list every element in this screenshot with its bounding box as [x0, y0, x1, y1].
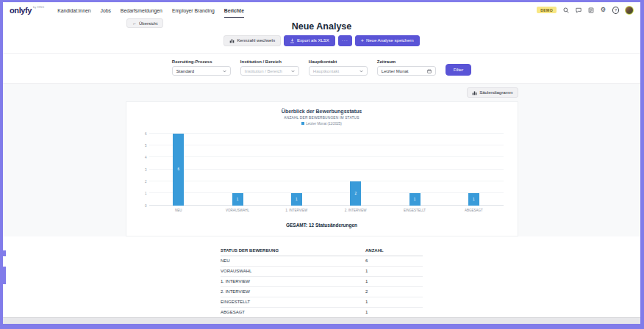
switch-metric-label: Kennzahl wechseln: [237, 38, 275, 43]
gridline: [149, 169, 504, 170]
page-title: Neue Analyse: [3, 21, 640, 32]
chart-total-caption: GESAMT: 12 Statusänderungen: [126, 223, 518, 228]
recruiting-process-select[interactable]: Standard: [172, 66, 231, 76]
brand-logo[interactable]: onlyfy: [10, 6, 32, 15]
more-actions-button[interactable]: ···: [338, 35, 352, 46]
user-avatar[interactable]: [625, 6, 634, 15]
x-axis-label: NEU: [149, 209, 208, 212]
header-actions: Kennzahl wechseln Export als XLSX ··· + …: [3, 35, 640, 54]
status-table: STATUS DER BEWERBUNGANZAHL NEU6VORAUSWAH…: [221, 246, 423, 328]
count-cell: 6: [365, 256, 423, 266]
brand-logo-suffix: by XING: [33, 2, 44, 9]
filter-submit-button[interactable]: Filter: [446, 64, 471, 76]
main-contact-select[interactable]: Hauptkontakt: [309, 66, 368, 76]
nav-item-kandidat-innen[interactable]: Kandidat:innen: [57, 3, 90, 18]
save-analysis-button[interactable]: + Neue Analyse speichern: [355, 35, 420, 46]
chart-legend: Letzter Monat (11/2025): [126, 122, 518, 126]
top-navigation: onlyfy by XING Kandidat:innenJobsBedarfs…: [3, 2, 640, 18]
legend-swatch: [301, 122, 304, 125]
period-value: Letzter Monat: [382, 69, 409, 73]
table-section: STATUS DER BEWERBUNGANZAHL NEU6VORAUSWAH…: [3, 236, 640, 329]
horizontal-scrollbar[interactable]: [3, 317, 640, 324]
status-cell: 2. INTERVIEW: [221, 286, 365, 297]
recruiting-process-value: Standard: [176, 69, 194, 73]
page-header: ← Übersicht Neue Analyse Kennzahl wechse…: [3, 18, 640, 54]
switch-metric-button[interactable]: Kennzahl wechseln: [223, 35, 281, 46]
x-axis-label: 1. INTERVIEW: [267, 209, 326, 212]
top-right-tools: DEMO ⚙ ?: [537, 6, 634, 15]
gridline: [149, 156, 504, 157]
filter-recruiting-process: Recruiting-Prozess Standard: [172, 59, 231, 76]
column-chart-icon: [472, 90, 477, 95]
institution-placeholder: Institution / Bereich: [245, 69, 282, 73]
y-tick-label: 3: [139, 167, 147, 171]
plus-icon: +: [361, 38, 364, 43]
bar-chart-icon: [229, 38, 235, 43]
nav-item-berichte[interactable]: Berichte: [224, 3, 244, 18]
bar-value-label: 6: [177, 167, 179, 171]
gridline: [149, 133, 504, 134]
legend-label: Letzter Monat (11/2025): [306, 122, 342, 126]
report-content: Säulendiagramm Überblick der Bewerbungss…: [3, 83, 640, 329]
table-row: ABGESAGT1: [221, 307, 423, 317]
chevron-down-icon: [359, 70, 363, 73]
chevron-down-icon: [291, 70, 295, 73]
x-axis-label: ABGESAGT: [444, 209, 503, 212]
ellipsis-icon: ···: [342, 38, 348, 43]
y-tick-label: 6: [139, 131, 147, 135]
nav-menu: Kandidat:innenJobsBedarfsmeldungenEmploy…: [57, 2, 244, 18]
help-icon[interactable]: ?: [612, 7, 619, 13]
period-input[interactable]: Letzter Monat: [377, 66, 436, 76]
status-cell: NEU: [221, 256, 365, 266]
export-xlsx-label: Export als XLSX: [297, 38, 329, 43]
back-to-overview-button[interactable]: ← Übersicht: [126, 18, 163, 28]
chart-subtitle: ANZAHL DER BEWERBUNGEN IM STATUS: [126, 116, 518, 120]
chart-bar-abgesagt: 1: [468, 193, 479, 205]
search-icon[interactable]: [562, 7, 569, 13]
nav-item-jobs[interactable]: Jobs: [100, 3, 110, 18]
chart-plot: 0123456611211: [138, 132, 506, 206]
download-icon: [290, 38, 295, 43]
table-header-cell: ANZAHL: [365, 246, 423, 256]
bar-value-label: 1: [473, 198, 475, 201]
period-label: Zeitraum: [377, 59, 436, 64]
tasks-icon[interactable]: [587, 7, 594, 13]
back-label: Übersicht: [139, 21, 157, 26]
table-row: EINGESTELLT1: [221, 297, 423, 307]
y-tick-label: 4: [139, 156, 147, 159]
main-contact-label: Hauptkontakt: [309, 59, 368, 64]
status-cell: EINGESTELLT: [221, 297, 365, 307]
chart-bar-1-interview: 1: [291, 193, 302, 205]
filter-main-contact: Hauptkontakt Hauptkontakt: [309, 59, 368, 76]
edge-marker: [3, 267, 6, 284]
chart-bar-vorauswahl: 1: [232, 193, 243, 205]
chart-type-toggle-button[interactable]: Säulendiagramm: [467, 87, 518, 98]
chart-bar-eingestellt: 1: [409, 193, 421, 205]
institution-select[interactable]: Institution / Bereich: [240, 66, 299, 76]
x-axis-labels: NEUVORAUSWAHL1. INTERVIEW2. INTERVIEWEIN…: [149, 209, 504, 212]
filter-bar: Recruiting-Prozess Standard Institution …: [3, 54, 640, 83]
institution-label: Institution / Bereich: [240, 59, 299, 64]
messages-icon[interactable]: [575, 7, 582, 13]
table-row: 2. INTERVIEW2: [221, 286, 423, 297]
gridline: [149, 192, 504, 193]
chart-tools: Säulendiagramm: [126, 87, 518, 98]
table-row: VORAUSWAHL1: [221, 266, 423, 276]
table-header-row: STATUS DER BEWERBUNGANZAHL: [221, 246, 423, 256]
settings-gear-icon[interactable]: ⚙: [600, 7, 607, 13]
export-xlsx-button[interactable]: Export als XLSX: [284, 35, 335, 46]
back-arrow-icon: ←: [132, 21, 137, 26]
count-cell: 2: [365, 286, 423, 297]
gridline: [149, 181, 504, 181]
gridline: [149, 205, 504, 206]
filter-submit-label: Filter: [454, 68, 463, 73]
plot-grid: 0123456611211: [149, 134, 504, 206]
nav-item-employer-branding[interactable]: Employer Branding: [172, 3, 215, 18]
status-cell: ABGESAGT: [221, 307, 365, 317]
status-cell: VORAUSWAHL: [221, 266, 365, 276]
main-contact-placeholder: Hauptkontakt: [313, 69, 339, 73]
edge-marker: [3, 250, 6, 256]
x-axis-label: EINGESTELLT: [385, 209, 444, 212]
status-cell: 1. INTERVIEW: [221, 276, 365, 286]
nav-item-bedarfsmeldungen[interactable]: Bedarfsmeldungen: [121, 3, 162, 18]
